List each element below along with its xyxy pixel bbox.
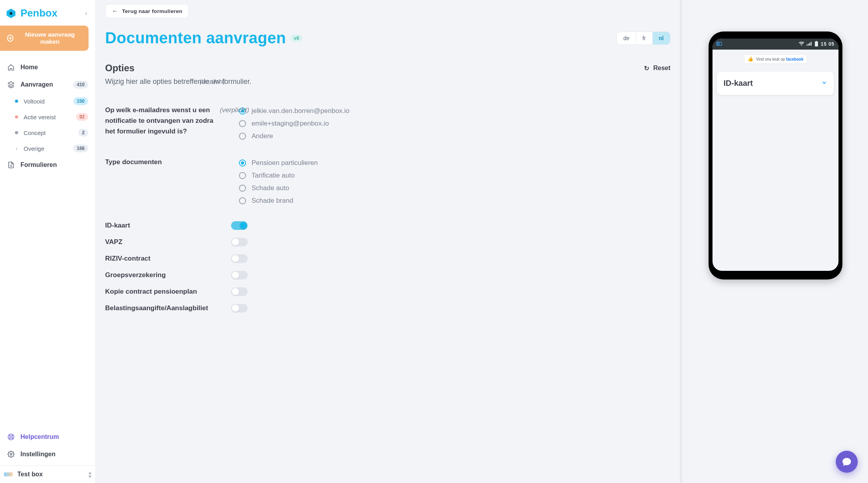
email-option-label: jelkie.van.den.borren@penbox.io [252,107,350,115]
nav-sub-completed-badge: 150 [73,97,88,105]
toggle-list: ID-kaartVAPZRIZIV-contractGroepsverzeker… [105,221,428,313]
nav-home-label: Home [20,64,88,71]
email-option-1[interactable]: emile+staging@penbox.io [239,117,428,130]
nav-forms[interactable]: Formulieren [4,156,91,174]
radio-icon [239,133,246,140]
toggle-row-4: Kopie contract pensioenplan [105,287,428,296]
toggle-label: Kopie contract pensioenplan [105,288,231,296]
email-option-2[interactable]: Andere [239,130,428,142]
center-pane: ← Terug naar formulieren Documenten aanv… [96,0,680,483]
nav-home[interactable]: Home [4,59,91,76]
doctype-option-1[interactable]: Tarificatie auto [239,169,428,182]
layers-icon [7,81,15,89]
chevron-down-icon [821,80,827,87]
nav-requests[interactable]: Aanvragen 410 [4,76,91,93]
doctype-option-label: Schade auto [252,184,289,192]
question-email-text: Op welk e-mailadres wenst u een notifica… [105,106,213,135]
org-name: Test box [17,471,84,478]
radio-icon [239,120,246,127]
required-tag: (verplicht) [220,105,249,115]
toggle-label: Belastingsaangifte/Aanslagbiliet [105,304,231,312]
lang-nl[interactable]: nl [653,32,670,44]
phone-frame: 15 05 👍 Vind ons leuk op facebook ID-kaa… [709,31,842,279]
radio-icon [239,172,246,179]
question-doctype-label: Type documenten [105,157,223,207]
nav-help-label: Helpcentrum [20,433,88,440]
divider [680,0,683,483]
svg-marker-2 [8,82,14,85]
signal-icon [807,41,812,47]
required-tag: (verplicht) [200,78,226,85]
doctype-option-0[interactable]: Pensioen particulieren [239,157,428,169]
doctype-option-3[interactable]: Schade brand [239,194,428,207]
lang-fr[interactable]: fr [636,32,653,44]
radio-icon [239,197,246,204]
options-header: Opties ↻ Reset [105,63,670,74]
nav-help[interactable]: Helpcentrum [4,428,91,446]
dot-icon [15,100,18,103]
org-switcher[interactable]: Test box ▴▾ [0,465,95,483]
thumbs-up-icon: 👍 [748,56,753,62]
question-email-label: Op welk e-mailadres wenst u een notifica… [105,105,223,142]
question-doctype: Type documenten Pensioen particulierenTa… [105,157,428,207]
brand-name: Penbox [20,7,57,19]
svg-line-10 [9,438,10,439]
doctype-option-label: Tarificatie auto [252,172,295,180]
brand-logo[interactable]: Penbox [6,7,57,19]
svg-line-9 [12,435,13,436]
nav-forms-label: Formulieren [20,161,88,168]
svg-line-8 [12,438,13,439]
svg-point-11 [10,453,12,455]
lang-de[interactable]: de [617,32,636,44]
toggle-switch[interactable] [231,254,248,263]
radio-icon [239,185,246,192]
toggle-switch[interactable] [231,271,248,279]
new-request-button[interactable]: + Nieuwe aanvraag maken [0,26,89,51]
toggle-switch[interactable] [231,287,248,296]
toggle-switch[interactable] [231,304,248,313]
sidebar-collapse-icon[interactable]: ‹ [85,9,87,17]
language-switch: de fr nl [616,31,670,45]
preview-card-idkaart[interactable]: ID-kaart [717,72,834,95]
options-desc: Wijzig hier alle opties betreffende uw f… [105,78,670,86]
toggle-switch[interactable] [231,221,248,230]
nav-sub-action[interactable]: Actie vereist 92 [4,109,91,125]
email-option-0[interactable]: jelkie.van.den.borren@penbox.io [239,105,428,117]
fb-text: Vind ons leuk op facebook [756,57,803,61]
toggle-row-0: ID-kaart [105,221,428,230]
org-logo-icon [4,472,13,476]
nav-requests-badge: 410 [73,81,88,89]
options-title: Opties [105,63,135,74]
form-block: Op welk e-mailadres wenst u een notifica… [105,105,428,313]
email-option-label: Andere [252,132,273,140]
chevron-right-icon: › [15,145,18,152]
chat-icon [842,457,852,467]
question-email: Op welk e-mailadres wenst u een notifica… [105,105,428,142]
document-icon [7,161,15,169]
back-button[interactable]: ← Terug naar formulieren [105,4,189,18]
toggle-label: Groepsverzekering [105,271,231,279]
nav-sub-other-label: Overige [24,145,68,152]
refresh-icon: ↻ [644,65,649,72]
nav-settings-label: Instellingen [20,451,88,458]
doctype-option-2[interactable]: Schade auto [239,182,428,194]
nav-settings[interactable]: Instellingen [4,446,91,463]
toggle-row-1: VAPZ [105,238,428,246]
sidebar-nav: Home Aanvragen 410 Voltooid 150 Actie ve… [0,56,95,424]
version-badge: v6 [291,34,302,42]
phone-statusbar: 15 05 [713,39,838,50]
arrow-left-icon: ← [112,7,118,15]
page-title: Documenten aanvragen [105,29,286,47]
nav-sub-completed[interactable]: Voltooid 150 [4,93,91,109]
phone-time: 15 05 [821,41,835,47]
nav-sub-other[interactable]: › Overige 166 [4,141,91,156]
chat-fab[interactable] [836,451,858,473]
svg-point-1 [10,12,13,15]
reset-button[interactable]: ↻ Reset [644,65,670,72]
toggle-label: RIZIV-contract [105,255,231,263]
svg-rect-19 [815,41,818,46]
toggle-switch[interactable] [231,238,248,246]
preview-card-title: ID-kaart [724,79,821,88]
facebook-like-banner[interactable]: 👍 Vind ons leuk op facebook [744,54,807,64]
nav-sub-draft[interactable]: Concept 2 [4,125,91,141]
